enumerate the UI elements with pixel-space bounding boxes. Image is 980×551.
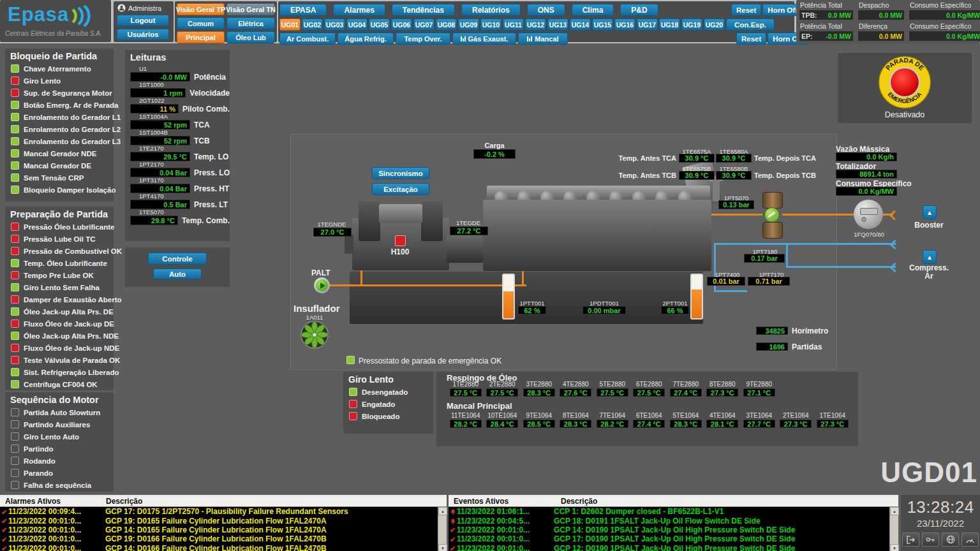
nav-button[interactable]: Tendências bbox=[392, 4, 455, 16]
unit-label: UGD01 bbox=[868, 457, 977, 489]
alarm-row[interactable]: ✔ 11/23/2022 00:09:4... GCP 17: D0175 1/… bbox=[0, 507, 447, 516]
view-nav-button[interactable]: Visão Geral TN bbox=[226, 3, 275, 15]
unit-button[interactable]: UG11 bbox=[503, 18, 524, 31]
event-desc-header[interactable]: Descrição bbox=[561, 497, 597, 506]
event-row[interactable]: ✔ 11/23/2022 00:01:0... GCP 14: D0190 1P… bbox=[449, 525, 898, 534]
event-row[interactable]: ✔ 11/23/2022 00:04:5... GCP 18: D0191 1F… bbox=[449, 516, 898, 525]
exit-button[interactable] bbox=[902, 533, 919, 547]
unit-button[interactable]: UG07 bbox=[413, 18, 434, 31]
scroll-down-icon[interactable]: ▼ bbox=[890, 544, 899, 551]
palt-button[interactable] bbox=[314, 277, 330, 293]
auto-button[interactable]: Auto bbox=[153, 268, 202, 279]
unit-button[interactable]: UG06 bbox=[391, 18, 412, 31]
nav-button[interactable]: EPASA bbox=[279, 4, 327, 16]
view-nav-button[interactable]: Elétrica bbox=[226, 17, 275, 29]
nav-button[interactable]: ONS bbox=[527, 4, 565, 16]
reset-button[interactable]: Reset bbox=[731, 4, 761, 16]
nav-button[interactable]: Alarmes bbox=[333, 4, 385, 16]
view-nav-button[interactable]: Óleo Lub bbox=[226, 31, 275, 43]
key-button[interactable] bbox=[922, 533, 939, 547]
alarm-row[interactable]: ✔ 11/23/2022 00:01:0... GCP 19: D0165 Fa… bbox=[0, 516, 447, 525]
scroll-down-icon[interactable]: ▼ bbox=[438, 544, 447, 551]
compress-ar-button[interactable]: ▲ bbox=[923, 250, 937, 264]
scroll-up-icon[interactable]: ▲ bbox=[438, 507, 447, 515]
event-scrollbar[interactable]: ▲ ▼ bbox=[889, 507, 898, 551]
reading-label: Velocidade bbox=[189, 89, 230, 98]
unit-button[interactable]: UG05 bbox=[369, 18, 390, 31]
sensor-tag: 6TE2880 bbox=[636, 381, 662, 388]
nav-mancal-button[interactable]: Mancal bbox=[518, 33, 568, 45]
sensor-value: 0.13 bar bbox=[718, 200, 754, 209]
sensor-value: 27.5 °C bbox=[450, 388, 482, 397]
unit-button[interactable]: UG02 bbox=[302, 18, 323, 31]
con-esp-button[interactable]: Con.Esp. bbox=[726, 18, 775, 31]
total-label: Diferença bbox=[858, 22, 905, 31]
nav-ar-combust-button[interactable]: Ar Combust. bbox=[279, 33, 336, 45]
unit-button[interactable]: UG08 bbox=[436, 18, 457, 31]
alarm-row[interactable]: ✔ 11/23/2022 00:01:0... GCP 14: D0165 Fa… bbox=[0, 525, 447, 534]
sensor-value: 30.9 °C bbox=[716, 171, 752, 180]
alarm-row[interactable]: ✔ 11/23/2022 00:01:0... GCP 19: D0166 Fa… bbox=[0, 534, 447, 543]
status-label: Partindo bbox=[24, 445, 54, 453]
flow-meter-tag: 1FQ070/80 bbox=[850, 231, 888, 238]
reset-button[interactable]: Reset bbox=[736, 33, 766, 45]
alarm-scrollbar[interactable]: ▲ ▼ bbox=[438, 507, 447, 551]
gauge-button[interactable] bbox=[961, 533, 979, 547]
status-indicator bbox=[11, 481, 19, 489]
alarm-col-header[interactable]: Alarmes Ativos bbox=[5, 497, 61, 506]
event-desc: GCP 12: D0190 1PSALT Jack-Up Oil High Pr… bbox=[554, 544, 898, 551]
excitacao-button[interactable]: Excitação bbox=[372, 183, 429, 195]
event-row[interactable]: ✔ 11/23/2022 00:01:0... GCP 17: D0190 1P… bbox=[449, 534, 898, 543]
status-item: Enrolamento do Gerador L3 bbox=[5, 135, 114, 147]
unit-button[interactable]: UG17 bbox=[637, 18, 658, 31]
nav-button[interactable]: P&D bbox=[620, 4, 658, 16]
alarm-icon: ✔ bbox=[0, 536, 8, 543]
view-nav-button[interactable]: Visão Geral TP bbox=[177, 3, 225, 15]
event-row[interactable]: ✔ 11/23/2022 00:01:0... GCP 12: D0190 1P… bbox=[449, 544, 898, 551]
unit-button[interactable]: UG12 bbox=[525, 18, 546, 31]
logout-button[interactable]: Logout bbox=[117, 15, 169, 26]
network-button[interactable] bbox=[942, 533, 959, 547]
status-item: Engatado bbox=[343, 398, 433, 410]
alarm-row[interactable]: ✔ 11/23/2022 00:01:0... GCP 14: D0166 Fa… bbox=[0, 544, 447, 551]
unit-button[interactable]: UG20 bbox=[704, 18, 725, 31]
nav-temp-over-button[interactable]: Temp Over. bbox=[396, 33, 450, 45]
scroll-up-icon[interactable]: ▲ bbox=[890, 507, 899, 515]
unit-button[interactable]: UG01 bbox=[279, 18, 301, 31]
alarm-desc-header[interactable]: Descrição bbox=[106, 497, 142, 506]
nav-gas-exaust-button[interactable]: Gás Exaust. bbox=[452, 33, 516, 45]
emergency-stop-button[interactable]: PARADA DE EMERGÊNCIA bbox=[878, 55, 932, 109]
reading-tag: 1ST1004A bbox=[139, 114, 230, 120]
unit-button[interactable]: UG03 bbox=[324, 18, 345, 31]
nav-button[interactable]: Clima bbox=[572, 4, 614, 16]
view-nav-button[interactable]: Comum bbox=[177, 17, 225, 29]
logo-text: Epasa bbox=[8, 5, 69, 24]
total-prefix: TPB: bbox=[801, 11, 817, 19]
unit-button[interactable]: UG10 bbox=[480, 18, 501, 31]
nav-button[interactable]: Relatórios bbox=[461, 4, 521, 16]
horimetro-value: 34825 bbox=[756, 327, 788, 335]
insuflador-label: Insuflador bbox=[293, 303, 340, 314]
unit-button[interactable]: UG09 bbox=[458, 18, 479, 31]
unit-button[interactable]: UG04 bbox=[346, 18, 368, 31]
status-item: Pressão de Combustível OK bbox=[5, 245, 114, 257]
view-nav-button[interactable]: Principal bbox=[177, 31, 225, 43]
unit-button[interactable]: UG13 bbox=[547, 18, 568, 31]
controle-button[interactable]: Controle bbox=[148, 253, 207, 265]
filter-canister bbox=[762, 192, 783, 209]
booster-button[interactable]: ▲ bbox=[923, 205, 937, 219]
unit-button[interactable]: UG19 bbox=[681, 18, 702, 31]
status-item: Partindo bbox=[5, 443, 114, 455]
unit-button[interactable]: UG18 bbox=[659, 18, 680, 31]
nav-agua-refrig-button[interactable]: Água Refrig. bbox=[338, 33, 394, 45]
event-row[interactable]: ✔ 11/23/2022 01:06:1... CCP 1: D2602 Dum… bbox=[449, 507, 898, 516]
pressostato-label: Pressostato de parada de emergência OK bbox=[359, 356, 501, 365]
unit-button[interactable]: UG14 bbox=[570, 18, 591, 31]
event-col-header[interactable]: Eventos Ativos bbox=[454, 497, 509, 506]
sincronismo-button[interactable]: Sincronismo bbox=[372, 167, 429, 179]
users-button[interactable]: Usuários bbox=[117, 29, 169, 40]
unit-button[interactable]: UG16 bbox=[614, 18, 635, 31]
sensor-tag: 10TE1064 bbox=[487, 412, 517, 419]
sensor-value: 27.6 °C bbox=[560, 388, 591, 397]
unit-button[interactable]: UG15 bbox=[592, 18, 613, 31]
